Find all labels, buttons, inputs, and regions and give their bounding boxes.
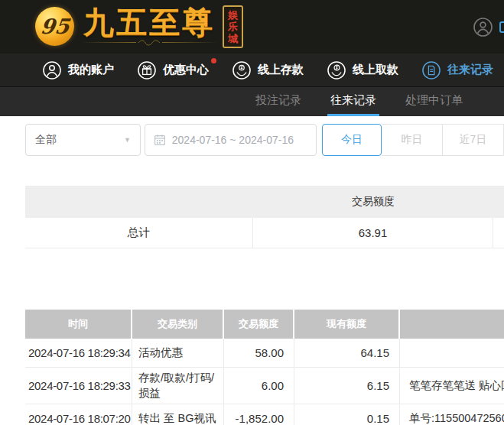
today-button[interactable]: 今日 [322,124,382,156]
nav-item-my-account[interactable]: 我的账户 [42,60,114,80]
site-logo[interactable]: 95 九五至尊 娱 乐 城 [35,5,243,48]
date-range-input[interactable]: 2024-07-16 ~ 2024-07-16 [145,124,317,156]
cell-time: 2024-07-16 18:07:20 [25,404,132,425]
cell-amount: -1,852.00 [224,404,294,425]
records-table: 时间 交易类别 交易额度 现有额度 2024-07-16 18:29:34 活动… [25,310,504,425]
date-range-value: 2024-07-16 ~ 2024-07-16 [172,134,294,146]
nav-label: 往来记录 [447,63,493,77]
col-header-type: 交易类别 [132,310,224,339]
summary-total-label: 总计 [25,218,253,248]
summary-header-amount: 交易额度 [253,195,493,209]
deposit-icon [232,60,252,80]
main-nav: 我的账户 优惠中心 线上存款 线上取款 往来记录 [0,54,504,86]
col-header-note [400,310,504,339]
summary-table: 交易额度 总计 63.91 [25,186,504,248]
summary-header-row: 交易额度 [25,186,504,218]
cell-time: 2024-07-16 18:29:34 [25,339,132,367]
cell-amount: 6.00 [224,368,294,404]
tab-pending-orders[interactable]: 处理中订单 [402,87,466,116]
logo-flourish [80,39,218,47]
nav-label: 线上存款 [258,63,304,77]
cell-balance: 64.15 [294,339,400,367]
filter-bar: 全部 ▼ 2024-07-16 ~ 2024-07-16 今日 昨日 近7日 [25,124,504,156]
chevron-down-icon: ▼ [124,136,131,144]
calendar-icon [154,134,166,146]
type-select-value: 全部 [35,133,57,147]
records-header-row: 时间 交易类别 交易额度 现有额度 [25,310,504,339]
cell-note: 单号:115500472560 [400,404,504,425]
nav-label: 优惠中心 [163,63,209,77]
col-header-balance: 现有额度 [294,310,400,339]
user-avatar-icon[interactable] [473,17,493,41]
cell-balance: 0.15 [294,404,400,425]
summary-total-amount: 63.91 [253,218,493,248]
table-row: 2024-07-16 18:29:34 活动优惠 58.00 64.15 [25,339,504,368]
service-icon[interactable] [499,21,504,33]
nav-item-deposit[interactable]: 线上存款 [232,60,304,80]
cell-time: 2024-07-16 18:29:33 [25,368,132,404]
cell-type: 活动优惠 [132,339,224,367]
nav-label: 线上取款 [353,63,398,77]
quick-date-buttons: 今日 昨日 近7日 [322,124,504,156]
logo-monogram-text: 95 [39,15,70,38]
type-select[interactable]: 全部 ▼ [25,124,141,156]
cell-note [400,339,504,367]
records-icon [421,60,441,80]
col-header-time: 时间 [25,310,132,339]
record-tabs: 投注记录 往来记录 处理中订单 [0,86,504,116]
col-header-amount: 交易额度 [224,310,294,339]
last-7-days-button[interactable]: 近7日 [443,124,504,156]
nav-item-withdraw[interactable]: 线上取款 [327,60,398,80]
yesterday-button[interactable]: 昨日 [382,124,443,156]
cell-type: 存款/取款/打码/损益 [132,368,224,404]
cell-note: 笔笔存笔笔送 贴心回馈 [400,368,504,404]
notification-dot [211,58,216,63]
table-row: 2024-07-16 18:07:20 转出 至 BG视讯 -1,852.00 … [25,404,504,425]
cell-balance: 6.15 [294,368,400,404]
main-content: 全部 ▼ 2024-07-16 ~ 2024-07-16 今日 昨日 近7日 交… [0,124,504,425]
tab-transaction-records[interactable]: 往来记录 [327,87,379,116]
cell-type: 转出 至 BG视讯 [132,404,224,425]
cell-amount: 58.00 [224,339,294,367]
site-header: 95 九五至尊 娱 乐 城 [0,0,504,54]
brand-name: 九五至尊 [83,7,215,37]
tab-betting-records[interactable]: 投注记录 [252,87,304,116]
gift-icon [137,60,157,80]
nav-item-promotions[interactable]: 优惠中心 [137,60,209,80]
summary-total-row: 总计 63.91 [25,218,504,248]
logo-monogram-icon: 95 [35,7,74,46]
user-icon [42,60,62,80]
nav-item-transaction-records[interactable]: 往来记录 [421,60,493,80]
withdraw-icon [327,60,346,80]
logo-badge: 娱 乐 城 [223,5,243,48]
table-row: 2024-07-16 18:29:33 存款/取款/打码/损益 6.00 6.1… [25,368,504,404]
nav-label: 我的账户 [68,63,114,77]
